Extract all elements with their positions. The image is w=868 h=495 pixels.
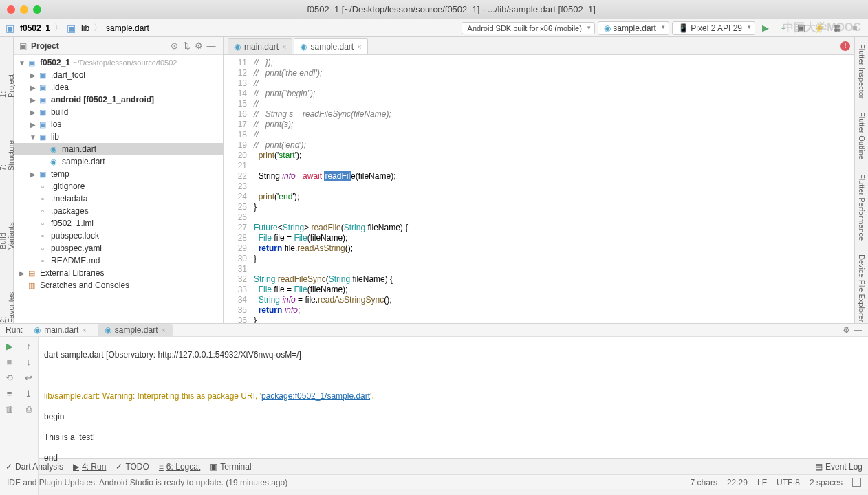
- status-caret[interactable]: 22:29: [727, 478, 748, 487]
- flutter-outline-tab[interactable]: Flutter Outline: [858, 112, 866, 160]
- debug-button[interactable]: ⌁: [776, 21, 791, 36]
- tree-item--metadata[interactable]: ▫.metadata: [14, 192, 223, 205]
- build-variants-tab[interactable]: Build Variants: [0, 212, 15, 250]
- tree-item-temp[interactable]: ▶▣temp: [14, 168, 223, 180]
- status-message: IDE and Plugin Updates: Android Studio i…: [7, 478, 287, 487]
- attach-button[interactable]: ▦: [829, 21, 845, 36]
- device-selector[interactable]: 📱 Pixel 2 API 29: [672, 21, 755, 35]
- expand-all-icon[interactable]: ⇅: [180, 40, 193, 52]
- event-log-tab[interactable]: ▤ Event Log: [815, 462, 862, 472]
- maximize-window-button[interactable]: [33, 6, 41, 14]
- stop-button[interactable]: ■: [847, 21, 862, 36]
- restart-button[interactable]: ⟲: [6, 373, 13, 383]
- tree-item-f0502_1-iml[interactable]: ▫f0502_1.iml: [14, 217, 223, 230]
- breadcrumb-lib[interactable]: lib: [81, 23, 89, 33]
- tree-item-main-dart[interactable]: ◉main.dart: [14, 143, 223, 155]
- hot-reload-button[interactable]: ⚡: [812, 21, 827, 36]
- run-config-selector[interactable]: ◉ sample.dart: [598, 21, 669, 35]
- editor[interactable]: ◉main.dart× ◉sample.dart× 11121314151617…: [224, 37, 854, 323]
- stop-run-button[interactable]: ■: [7, 357, 12, 367]
- titlebar: f0502_1 [~/Desktop/lesson/source/f0502_1…: [0, 0, 868, 19]
- console-line: begin: [44, 412, 862, 422]
- tree-item-lib[interactable]: ▼▣lib: [14, 131, 223, 143]
- error-indicator-icon[interactable]: !: [840, 41, 850, 51]
- close-window-button[interactable]: [7, 6, 15, 14]
- package-uri-link[interactable]: package:f0502_1/sample.dart: [261, 391, 370, 401]
- tree-item--packages[interactable]: ▫.packages: [14, 205, 223, 217]
- profile-button[interactable]: ▣: [794, 21, 809, 36]
- run-tab-sample[interactable]: ◉sample.dart×: [98, 324, 173, 336]
- project-panel: ▣ Project ⊙ ⇅ ⚙ — ▼▣ f0502_1 ~/Desktop/l…: [14, 37, 224, 323]
- run-toolbar-2: ↑ ↓ ↩ ⤓ ⎙: [19, 337, 39, 495]
- flutter-performance-tab[interactable]: Flutter Performance: [858, 174, 866, 241]
- tree-item-ios[interactable]: ▶▣ios: [14, 118, 223, 131]
- rerun-button[interactable]: ▶: [6, 341, 13, 351]
- run-button[interactable]: ▶: [758, 21, 773, 36]
- run-panel: Run: ◉main.dart× ◉sample.dart× ⚙ — ▶ ■ ⟲…: [0, 323, 868, 458]
- navigation-bar: ▣ f0502_1 〉 ▣ lib 〉 sample.dart Android …: [0, 19, 868, 37]
- flutter-inspector-tab[interactable]: Flutter Inspector: [858, 44, 866, 98]
- dart-analysis-tab[interactable]: ✓ Dart Analysis: [6, 462, 63, 472]
- folder-icon: ▣: [67, 23, 76, 34]
- tree-item-README-md[interactable]: ▫README.md: [14, 254, 223, 267]
- tree-item-sample-dart[interactable]: ◉sample.dart: [14, 155, 223, 168]
- tab-main-dart[interactable]: ◉main.dart×: [228, 38, 292, 54]
- project-tree[interactable]: ▼▣ f0502_1 ~/Desktop/lesson/source/f0502…: [14, 55, 223, 323]
- left-tool-stripe: 1: Project 7: Structure Build Variants 2…: [0, 37, 14, 323]
- external-libraries[interactable]: ▶▤ External Libraries: [14, 267, 223, 279]
- editor-tabs: ◉main.dart× ◉sample.dart×: [224, 37, 854, 55]
- status-indent[interactable]: 2 spaces: [810, 478, 843, 487]
- tree-item--idea[interactable]: ▶▣.idea: [14, 81, 223, 94]
- status-line-sep[interactable]: LF: [757, 478, 767, 487]
- tab-sample-dart[interactable]: ◉sample.dart×: [294, 38, 367, 54]
- scratches-consoles[interactable]: ▥ Scratches and Consoles: [14, 279, 223, 292]
- hide-run-panel-icon[interactable]: —: [854, 325, 862, 335]
- console-output[interactable]: dart sample.dart [Observatory: http://12…: [39, 337, 868, 495]
- gc-button[interactable]: 🗑: [5, 404, 14, 415]
- run-toolbar-1: ▶ ■ ⟲ ≡ 🗑: [0, 337, 19, 495]
- logcat-tab[interactable]: ≡ 6: Logcat: [159, 462, 200, 472]
- hide-panel-icon[interactable]: —: [205, 40, 217, 52]
- project-dropdown-icon[interactable]: ▣: [19, 41, 27, 51]
- up-stack-button[interactable]: ↑: [26, 341, 31, 351]
- line-gutter[interactable]: 1112131415161718192021222324252627282930…: [224, 55, 254, 323]
- code-area[interactable]: // });// print('the end!');//// print("b…: [254, 55, 854, 323]
- soft-wrap-button[interactable]: ↩: [25, 373, 32, 383]
- breadcrumb-root[interactable]: f0502_1: [20, 23, 50, 33]
- favorites-tab[interactable]: 2: Favorites: [0, 291, 15, 323]
- run-tab[interactable]: ▶ 4: Run: [73, 462, 106, 472]
- project-tool-tab[interactable]: 1: Project: [0, 72, 15, 98]
- tree-item-build[interactable]: ▶▣build: [14, 106, 223, 118]
- project-icon: ▣: [6, 23, 14, 34]
- right-tool-stripe: Flutter Inspector Flutter Outline Flutte…: [854, 37, 868, 323]
- tree-root[interactable]: ▼▣ f0502_1 ~/Desktop/lesson/source/f0502: [14, 56, 223, 69]
- tree-item-android--f0502_1_android-[interactable]: ▶▣android [f0502_1_android]: [14, 94, 223, 106]
- tree-item--dart_tool[interactable]: ▶▣.dart_tool: [14, 69, 223, 81]
- pause-button[interactable]: ≡: [7, 388, 12, 399]
- project-panel-title[interactable]: Project: [31, 41, 168, 51]
- device-file-explorer-tab[interactable]: Device File Explorer: [858, 254, 866, 322]
- breadcrumb-file[interactable]: sample.dart: [106, 23, 149, 33]
- run-settings-icon[interactable]: ⚙: [843, 325, 850, 335]
- window-title: f0502_1 [~/Desktop/lesson/source/f0502_1…: [41, 4, 861, 14]
- scroll-end-button[interactable]: ⤓: [25, 388, 32, 399]
- console-header: dart sample.dart [Observatory: http://12…: [44, 350, 862, 360]
- target-selector[interactable]: Android SDK built for x86 (mobile): [462, 22, 595, 34]
- down-stack-button[interactable]: ↓: [26, 357, 31, 367]
- close-tab-icon[interactable]: ×: [357, 43, 361, 51]
- minimize-window-button[interactable]: [20, 6, 28, 14]
- todo-tab[interactable]: ✓ TODO: [116, 462, 149, 472]
- structure-tool-tab[interactable]: 7: Structure: [0, 139, 15, 170]
- status-encoding[interactable]: UTF-8: [777, 478, 800, 487]
- tree-item--gitignore[interactable]: ▫.gitignore: [14, 180, 223, 192]
- settings-icon[interactable]: ⚙: [193, 40, 205, 52]
- run-tab-main[interactable]: ◉main.dart×: [27, 324, 93, 336]
- terminal-tab[interactable]: ▣ Terminal: [210, 462, 251, 472]
- console-line: This is a test!: [44, 432, 862, 443]
- padlock-icon[interactable]: [852, 478, 861, 487]
- select-opened-file-icon[interactable]: ⊙: [168, 40, 180, 52]
- close-tab-icon[interactable]: ×: [282, 43, 286, 51]
- tree-item-pubspec-yaml[interactable]: ▫pubspec.yaml: [14, 242, 223, 254]
- tree-item-pubspec-lock[interactable]: ▫pubspec.lock: [14, 230, 223, 242]
- print-button[interactable]: ⎙: [26, 404, 32, 415]
